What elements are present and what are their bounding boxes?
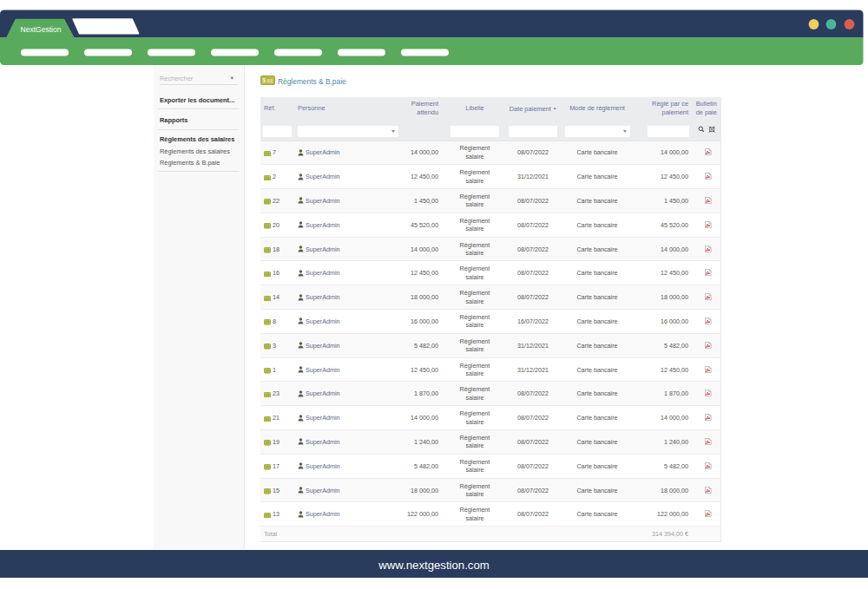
svg-text:$: $: [263, 77, 266, 84]
svg-text:NextGestion: NextGestion: [21, 25, 62, 34]
